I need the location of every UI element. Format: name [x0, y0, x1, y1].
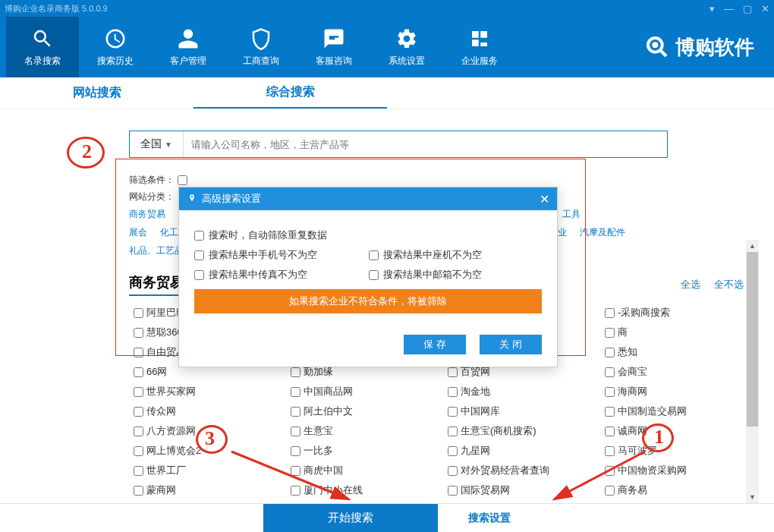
checkbox[interactable]	[134, 328, 143, 338]
site-checkbox-cell[interactable]: 商务易	[602, 481, 757, 499]
minimize-icon[interactable]: —	[724, 3, 734, 14]
checkbox[interactable]	[194, 231, 204, 241]
site-checkbox-cell[interactable]: 八方资源网	[131, 422, 286, 440]
checkbox[interactable]	[605, 328, 615, 338]
tool-business-query[interactable]: 工商查询	[225, 17, 297, 77]
checkbox[interactable]	[448, 367, 458, 377]
checkbox[interactable]	[605, 407, 615, 417]
category-link[interactable]: 汽摩及配件	[580, 227, 625, 238]
checkbox[interactable]	[605, 446, 615, 456]
site-checkbox-cell[interactable]: 淘金地	[445, 382, 600, 401]
close-button[interactable]: 关 闭	[480, 335, 542, 354]
scroll-down-icon[interactable]: ▼	[746, 491, 759, 503]
checkbox[interactable]	[291, 486, 300, 496]
site-checkbox-cell[interactable]: 悉知	[602, 343, 757, 361]
checkbox[interactable]	[134, 308, 143, 318]
checkbox[interactable]	[448, 466, 458, 476]
search-input[interactable]	[184, 139, 667, 150]
site-checkbox-cell[interactable]: 阿土伯中文	[288, 402, 443, 420]
site-checkbox-cell[interactable]: 中国网库	[445, 402, 600, 420]
site-checkbox-cell[interactable]: 中国制造交易网	[602, 402, 757, 420]
checkbox[interactable]	[194, 270, 204, 280]
save-button[interactable]: 保 存	[404, 335, 466, 354]
select-none-link[interactable]: 全不选	[714, 279, 744, 290]
checkbox[interactable]	[448, 486, 458, 496]
tool-customer-service[interactable]: 客服咨询	[297, 17, 370, 77]
checkbox[interactable]	[134, 446, 143, 456]
site-checkbox-cell[interactable]: 会商宝	[602, 363, 757, 381]
checkbox[interactable]	[134, 466, 143, 476]
checkbox[interactable]	[448, 387, 458, 397]
site-checkbox-cell[interactable]: 商虎中国	[288, 461, 443, 480]
start-search-button[interactable]: 开始搜索	[263, 504, 438, 533]
scrollbar[interactable]: ▲ ▼	[746, 240, 759, 503]
opt-dedup[interactable]: 搜索时，自动筛除重复数据	[194, 228, 338, 242]
checkbox[interactable]	[291, 367, 300, 377]
modal-close-icon[interactable]: ✕	[540, 192, 549, 206]
checkbox[interactable]	[134, 387, 143, 397]
site-checkbox-cell[interactable]: 中国商品网	[288, 382, 443, 401]
checkbox[interactable]	[134, 348, 143, 357]
checkbox[interactable]	[605, 427, 615, 436]
site-checkbox-cell[interactable]: 世界买家网	[131, 382, 286, 401]
checkbox[interactable]	[605, 348, 615, 357]
tool-system-settings[interactable]: 系统设置	[370, 17, 443, 77]
site-checkbox-cell[interactable]: 网上博览会2	[131, 442, 286, 460]
select-all-link[interactable]: 全选	[681, 279, 700, 290]
tool-search-history[interactable]: 搜索历史	[79, 17, 152, 77]
checkbox[interactable]	[291, 427, 300, 436]
checkbox[interactable]	[605, 387, 615, 397]
site-checkbox-cell[interactable]: 商	[602, 323, 757, 342]
opt-mail[interactable]: 搜索结果中邮箱不为空	[369, 268, 513, 282]
checkbox[interactable]	[605, 466, 615, 476]
category-link[interactable]: 展会	[129, 227, 147, 238]
region-select[interactable]: 全国 ▼	[130, 131, 184, 157]
site-checkbox-cell[interactable]: 中国物资采购网	[602, 461, 757, 480]
site-checkbox-cell[interactable]: 世界工厂	[131, 461, 286, 480]
site-checkbox-cell[interactable]: 生意宝	[288, 422, 443, 440]
opt-fax[interactable]: 搜索结果中传真不为空	[194, 268, 338, 282]
opt-phone[interactable]: 搜索结果中座机不为空	[369, 248, 513, 262]
site-checkbox-cell[interactable]: 国际贸易网	[445, 481, 600, 499]
filter-checkbox[interactable]	[178, 175, 187, 185]
category-link[interactable]: 商务贸易	[129, 209, 165, 219]
site-checkbox-cell[interactable]: 对外贸易经营者查询	[445, 461, 600, 480]
tab-combo-search[interactable]: 综合搜索	[194, 77, 387, 109]
checkbox[interactable]	[605, 308, 615, 318]
site-checkbox-cell[interactable]: 马可波罗	[602, 442, 757, 460]
site-checkbox-cell[interactable]: 传众网	[131, 402, 286, 420]
checkbox[interactable]	[291, 387, 300, 397]
site-checkbox-cell[interactable]: 厦门中小在线	[288, 481, 443, 499]
checkbox[interactable]	[134, 486, 143, 496]
checkbox[interactable]	[291, 446, 300, 456]
checkbox[interactable]	[605, 486, 615, 496]
scroll-thumb[interactable]	[747, 252, 758, 427]
checkbox[interactable]	[369, 250, 379, 260]
site-checkbox-cell[interactable]: 诚商网	[602, 422, 757, 440]
checkbox[interactable]	[448, 446, 458, 456]
scroll-up-icon[interactable]: ▲	[746, 240, 759, 252]
maximize-icon[interactable]: ▢	[743, 3, 752, 14]
tool-enterprise-service[interactable]: 企业服务	[443, 17, 516, 77]
site-checkbox-cell[interactable]: 九星网	[445, 442, 600, 460]
checkbox[interactable]	[134, 407, 143, 417]
dropdown-icon[interactable]: ▾	[710, 3, 715, 14]
site-checkbox-cell[interactable]: 生意宝(商机搜索)	[445, 422, 600, 440]
site-checkbox-cell[interactable]: 蒙商网	[131, 481, 286, 499]
checkbox[interactable]	[134, 367, 143, 377]
site-checkbox-cell[interactable]: -采购商搜索	[602, 304, 757, 322]
checkbox[interactable]	[134, 427, 143, 436]
tab-web-search[interactable]: 网站搜索	[0, 77, 194, 109]
close-icon[interactable]: ✕	[761, 3, 769, 14]
tool-directory-search[interactable]: 名录搜索	[6, 17, 79, 77]
site-checkbox-cell[interactable]: 一比多	[288, 442, 443, 460]
checkbox[interactable]	[369, 270, 379, 280]
checkbox[interactable]	[605, 367, 615, 377]
opt-mobile[interactable]: 搜索结果中手机号不为空	[194, 248, 338, 262]
tool-customer-manage[interactable]: 客户管理	[152, 17, 225, 77]
category-link[interactable]: 化工	[160, 227, 178, 238]
site-checkbox-cell[interactable]: 海商网	[602, 382, 757, 401]
checkbox[interactable]	[291, 407, 300, 417]
checkbox[interactable]	[194, 250, 204, 260]
checkbox[interactable]	[291, 466, 300, 476]
